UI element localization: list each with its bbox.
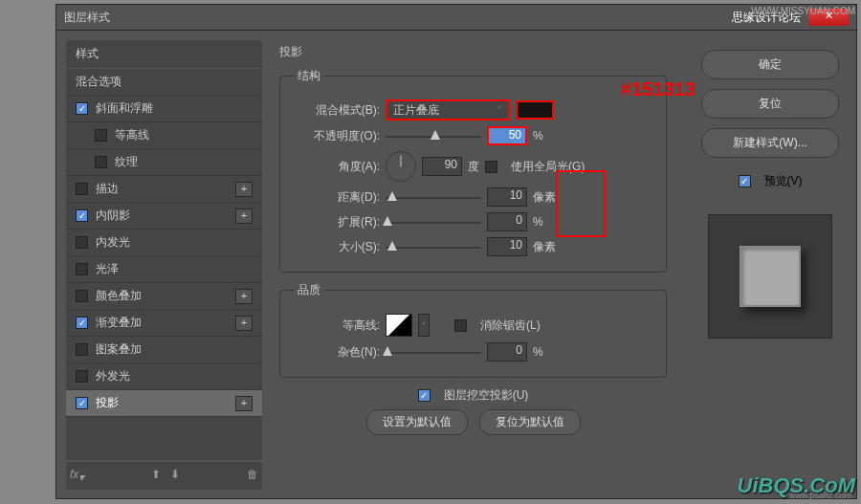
style-texture[interactable]: 纹理 [66,149,262,176]
make-default-button[interactable]: 设置为默认值 [366,409,468,435]
chevron-down-icon: ˅ [497,105,502,115]
preview-swatch [740,246,801,307]
checkbox-icon[interactable]: ✓ [76,317,88,329]
spread-input[interactable]: 0 [487,212,527,231]
checkbox-icon[interactable]: ✓ [76,397,88,409]
preview-checkbox[interactable]: ✓ [739,175,751,187]
blend-mode-label: 混合模式(B): [294,102,380,119]
checkbox-icon[interactable] [76,343,88,356]
reset-default-button[interactable]: 复位为默认值 [479,409,581,435]
noise-label: 杂色(N): [294,344,380,361]
arrow-up-icon[interactable]: ⬆ [151,468,161,484]
effect-title: 投影 [272,40,674,64]
sidebar-header: 样式 [66,40,262,68]
fx-icon[interactable]: fx▾ [70,468,84,484]
style-color-overlay[interactable]: 颜色叠加+ [66,283,262,310]
quality-group: 品质 等高线: ˅ 消除锯齿(L) 杂色(N): 0 % [279,282,667,378]
noise-input[interactable]: 0 [487,342,527,362]
checkbox-icon[interactable] [95,129,107,142]
distance-label: 距离(D): [294,189,380,206]
preview-label: 预览(V) [764,173,803,189]
opacity-slider[interactable] [386,130,481,142]
opacity-label: 不透明度(O): [294,128,380,144]
checkbox-icon[interactable] [95,156,107,168]
knockout-checkbox[interactable]: ✓ [418,389,430,402]
noise-slider[interactable] [386,346,481,358]
spread-slider[interactable] [386,216,481,228]
size-slider[interactable] [386,241,481,252]
shadow-color-swatch[interactable] [516,100,554,120]
checkbox-icon[interactable] [76,290,88,302]
style-inner-glow[interactable]: 内发光 [66,230,262,256]
style-drop-shadow[interactable]: ✓投影+ [66,390,262,417]
global-light-label: 使用全局光(G) [511,159,585,175]
plus-icon[interactable]: + [235,208,253,224]
titlebar: 图层样式 思缘设计论坛 ✕ [56,5,856,31]
contour-label: 等高线: [294,318,380,334]
chevron-down-icon[interactable]: ˅ [418,314,430,337]
preview-box [708,214,832,339]
opacity-input[interactable]: 50 [487,126,527,145]
size-label: 大小(S): [294,239,380,255]
angle-input[interactable]: 90 [422,157,462,176]
new-style-button[interactable]: 新建样式(W)... [701,128,839,158]
knockout-label: 图层挖空投影(U) [444,387,529,404]
cancel-button[interactable]: 复位 [701,89,839,119]
spread-label: 扩展(R): [294,214,380,230]
style-satin[interactable]: 光泽 [66,256,262,283]
plus-icon[interactable]: + [235,396,253,411]
checkbox-icon[interactable] [76,263,88,275]
angle-label: 角度(A): [294,159,380,175]
style-outer-glow[interactable]: 外发光 [66,363,262,390]
checkbox-icon[interactable] [76,236,88,249]
antialias-checkbox[interactable] [454,319,467,332]
angle-dial[interactable] [386,151,416,182]
watermark-top: WWW.MISSYUAN.COM [751,6,855,16]
style-stroke[interactable]: 描边+ [66,176,262,203]
contour-picker[interactable] [386,314,412,337]
style-list: 混合选项 ✓斜面和浮雕 等高线 纹理 描边+ ✓内阴影+ 内发光 光泽 颜色叠加… [66,69,262,460]
size-input[interactable]: 10 [487,237,527,256]
dialog-title: 图层样式 [64,10,110,26]
plus-icon[interactable]: + [235,182,253,197]
distance-input[interactable]: 10 [487,187,527,207]
distance-slider[interactable] [386,191,481,203]
blend-options[interactable]: 混合选项 [66,69,262,96]
style-gradient-overlay[interactable]: ✓渐变叠加+ [66,310,262,337]
style-pattern-overlay[interactable]: 图案叠加 [66,337,262,363]
trash-icon[interactable]: 🗑 [247,468,258,484]
arrow-down-icon[interactable]: ⬇ [170,468,180,484]
style-bevel[interactable]: ✓斜面和浮雕 [66,96,262,122]
ok-button[interactable]: 确定 [701,50,839,79]
checkbox-icon[interactable] [76,370,88,383]
antialias-label: 消除锯齿(L) [480,318,541,334]
structure-group: 结构 混合模式(B): 正片叠底˅ 不透明度(O): 50 % 角度(A): 9… [279,68,667,273]
blend-mode-dropdown[interactable]: 正片叠底˅ [386,99,510,121]
checkbox-icon[interactable]: ✓ [76,209,88,222]
annotation-hex: #151313 [621,78,695,100]
style-inner-shadow[interactable]: ✓内阴影+ [66,203,262,230]
right-panel: 确定 复位 新建样式(W)... ✓ 预览(V) [684,31,856,499]
sidebar-footer: fx▾ ⬆ ⬇ 🗑 [66,462,262,490]
main-panel: 投影 结构 混合模式(B): 正片叠底˅ 不透明度(O): 50 % 角度(A)… [272,31,684,499]
plus-icon[interactable]: + [235,289,253,304]
watermark-bottom: www.psahz.com [789,491,851,500]
global-light-checkbox[interactable] [485,161,497,173]
checkbox-icon[interactable]: ✓ [76,102,88,115]
plus-icon[interactable]: + [235,316,253,331]
style-contour[interactable]: 等高线 [66,122,262,149]
layer-style-dialog: 图层样式 思缘设计论坛 ✕ 样式 混合选项 ✓斜面和浮雕 等高线 纹理 描边+ … [55,4,857,499]
sidebar: 样式 混合选项 ✓斜面和浮雕 等高线 纹理 描边+ ✓内阴影+ 内发光 光泽 颜… [56,31,272,499]
checkbox-icon[interactable] [76,183,88,195]
